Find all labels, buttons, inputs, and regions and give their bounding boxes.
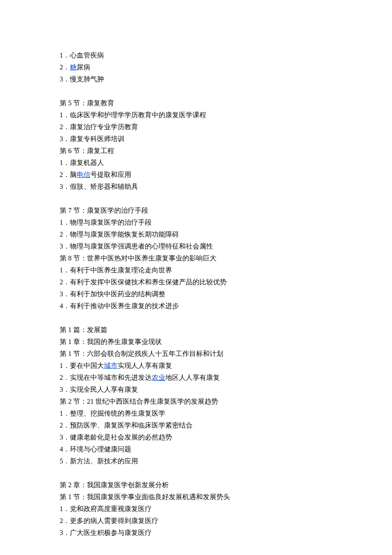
- item-number: 3．: [60, 529, 70, 536]
- list-item: 3．实现全民人人享有康复: [60, 384, 332, 396]
- item-number: 5．: [60, 457, 70, 465]
- hyperlink-agriculture[interactable]: 农业: [152, 374, 165, 381]
- item-number: 3．: [60, 183, 70, 190]
- section-heading: 第 1 节：六部会联合制定残疾人十五年工作目标和计划: [60, 348, 332, 360]
- item-text: 更多的病人需要得到康复医疗: [70, 517, 159, 524]
- chapter-heading: 第 1 章：我国的养生康复事业现状: [60, 336, 332, 348]
- item-text-prefix: 实现在中等城市和先进发达: [70, 374, 152, 381]
- list-item: 2．脑电信号提取和应用: [60, 169, 332, 181]
- item-number: 1．: [60, 111, 70, 119]
- list-item: 2．物理与康复医学能恢复长期功能障碍: [60, 228, 332, 240]
- item-text: 实现人人享有康复: [118, 362, 172, 369]
- section-heading: 第 6 节：康复工程: [60, 145, 332, 157]
- item-text: 物理与康复医学能恢复长期功能障碍: [70, 231, 179, 238]
- part-heading: 第 1 篇：发展篇: [60, 324, 332, 336]
- item-number: 1．: [60, 52, 70, 59]
- item-number: 1．: [60, 219, 70, 226]
- list-item: 2．糖尿病: [60, 61, 332, 73]
- item-text: 物理与康复医学强调患者的心理特征和社会属性: [70, 243, 213, 250]
- item-text: 预防医学、康复医学和临床医学紧密结合: [70, 422, 193, 429]
- item-number: 1．: [60, 362, 70, 369]
- item-number: 3．: [60, 243, 70, 250]
- item-number: 2．: [60, 123, 70, 130]
- list-item: 1．康复机器人: [60, 157, 332, 169]
- section-heading: 第 8 节：世界中医热对中医养生康复事业的影响巨大: [60, 252, 332, 264]
- item-text: 有利于推动中医养生康复的技术进步: [70, 302, 179, 309]
- item-text: 假肢、矫形器和辅助具: [70, 183, 138, 190]
- list-item: 3．广大医生积极参与康复医疗: [60, 527, 332, 539]
- list-item: 1．党和政府高度重视康复医疗: [60, 503, 332, 515]
- item-text: 康复机器人: [70, 159, 104, 166]
- section-heading: 第 1 节：我国康复医学事业面临良好发展机遇和发展势头: [60, 491, 332, 503]
- item-text: 有利于中医养生康复理论走向世界: [70, 266, 172, 274]
- list-item: 1．有利于中医养生康复理论走向世界: [60, 264, 332, 276]
- list-item: 1．物理与康复医学的治疗手段: [60, 217, 332, 228]
- list-item: 2．更多的病人需要得到康复医疗: [60, 515, 332, 527]
- item-number: 2．: [60, 374, 70, 381]
- section-heading: 第 2 节：21 世纪中西医结合养生康复医学的发展趋势: [60, 396, 332, 408]
- list-item: 3．有利于加快中医药业的结构调整: [60, 288, 332, 300]
- item-text: 广大医生积极参与康复医疗: [70, 529, 152, 536]
- list-item: 5．新方法、新技术的应用: [60, 455, 332, 467]
- blank-line: [60, 467, 332, 479]
- hyperlink-telecom[interactable]: 电信: [77, 171, 90, 178]
- list-item: 2．有利于发挥中医保健技术和养生保健产品的比较优势: [60, 276, 332, 288]
- chapter-heading: 第 2 章：我国康复医学创新发展分析: [60, 479, 332, 491]
- item-number: 3．: [60, 386, 70, 393]
- item-text: 心血管疾病: [70, 52, 104, 59]
- item-text: 环境与心理健康问题: [70, 445, 131, 453]
- list-item: 2．预防医学、康复医学和临床医学紧密结合: [60, 419, 332, 431]
- document-page: 1．心血管疾病 2．糖尿病 3．慢支肺气肿 第 5 节：康复教育 1．临床医学和…: [0, 0, 392, 555]
- list-item: 1．整理、挖掘传统的养生康复医学: [60, 408, 332, 419]
- item-number: 4．: [60, 302, 70, 309]
- item-number: 3．: [60, 75, 70, 83]
- item-number: 2．: [60, 422, 70, 429]
- list-item: 1．要在中国大城市实现人人享有康复: [60, 360, 332, 372]
- item-number: 1．: [60, 505, 70, 512]
- item-number: 3．: [60, 434, 70, 441]
- item-text: 有利于发挥中医保健技术和养生保健产品的比较优势: [70, 278, 227, 286]
- item-number: 4．: [60, 445, 70, 453]
- item-number: 3．: [60, 290, 70, 298]
- item-text: 康复专科医师培训: [70, 135, 124, 142]
- item-text-prefix: 要在中国大: [70, 362, 104, 369]
- list-item: 4．环境与心理健康问题: [60, 443, 332, 455]
- item-number: 2．: [60, 64, 70, 71]
- list-item: 3．物理与康复医学强调患者的心理特征和社会属性: [60, 240, 332, 252]
- item-text: 地区人人享有康复: [165, 374, 220, 381]
- item-number: 2．: [60, 171, 70, 178]
- item-number: 2．: [60, 278, 70, 286]
- item-text-prefix: 脑: [70, 171, 77, 178]
- item-text: 健康老龄化是社会发展的必然趋势: [70, 434, 172, 441]
- item-text: 慢支肺气肿: [70, 75, 104, 83]
- item-number: 1．: [60, 159, 70, 166]
- hyperlink-city[interactable]: 城市: [104, 362, 118, 369]
- blank-line: [60, 193, 332, 205]
- list-item: 3．健康老龄化是社会发展的必然趋势: [60, 431, 332, 443]
- list-item: 2．实现在中等城市和先进发达农业地区人人享有康复: [60, 372, 332, 384]
- item-number: 2．: [60, 517, 70, 524]
- item-text: 号提取和应用: [90, 171, 131, 178]
- item-text: 临床医学和护理学学历教育中的康复医学课程: [70, 111, 206, 119]
- hyperlink-sugar[interactable]: 糖: [70, 64, 77, 71]
- list-item: 3．慢支肺气肿: [60, 73, 332, 85]
- item-text: 实现全民人人享有康复: [70, 386, 138, 393]
- item-text: 尿病: [77, 64, 90, 71]
- item-text: 康复治疗专业学历教育: [70, 123, 138, 130]
- list-item: 1．临床医学和护理学学历教育中的康复医学课程: [60, 109, 332, 121]
- item-number: 1．: [60, 266, 70, 274]
- section-heading: 第 5 节：康复教育: [60, 97, 332, 109]
- item-text: 有利于加快中医药业的结构调整: [70, 290, 165, 298]
- list-item: 3．康复专科医师培训: [60, 133, 332, 145]
- list-item: 3．假肢、矫形器和辅助具: [60, 181, 332, 193]
- item-text: 新方法、新技术的应用: [70, 457, 138, 465]
- item-text: 物理与康复医学的治疗手段: [70, 219, 152, 226]
- item-text: 党和政府高度重视康复医疗: [70, 505, 152, 512]
- list-item: 1．心血管疾病: [60, 49, 332, 61]
- list-item: 4．有利于推动中医养生康复的技术进步: [60, 300, 332, 312]
- blank-line: [60, 85, 332, 97]
- blank-line: [60, 312, 332, 324]
- item-number: 3．: [60, 135, 70, 142]
- item-number: 1．: [60, 410, 70, 417]
- item-text: 整理、挖掘传统的养生康复医学: [70, 410, 165, 417]
